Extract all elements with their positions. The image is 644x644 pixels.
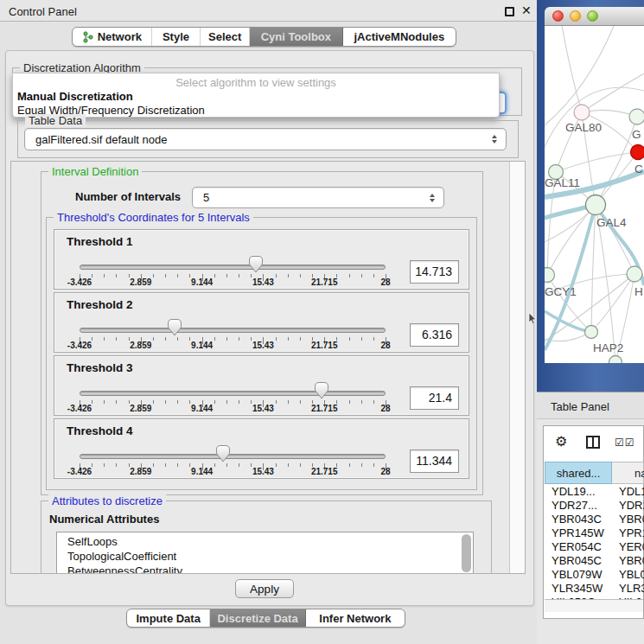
settings-scrollbar-track[interactable] bbox=[509, 162, 525, 574]
slider-tick bbox=[288, 463, 289, 467]
network-node-g[interactable] bbox=[629, 109, 644, 124]
slider-tick bbox=[226, 337, 227, 341]
network-node[interactable] bbox=[609, 356, 622, 364]
threshold-label: Threshold 3 bbox=[67, 361, 133, 374]
cell-name[interactable]: YDL1 bbox=[619, 485, 644, 498]
cell-name[interactable]: YER0 bbox=[619, 540, 644, 553]
tab-select[interactable]: Select bbox=[201, 28, 250, 46]
slider-tick bbox=[349, 463, 350, 467]
threshold-value-field[interactable]: 14.713 bbox=[410, 260, 459, 284]
num-intervals-combobox[interactable]: 5 bbox=[192, 187, 444, 208]
slider-tick bbox=[177, 274, 178, 277]
gear-icon[interactable]: ⚙ bbox=[555, 433, 567, 450]
mac-minimize-button[interactable] bbox=[570, 10, 581, 22]
table-row[interactable]: YBR043CYBR0 bbox=[545, 513, 644, 526]
network-node-label: GAL4 bbox=[596, 216, 627, 229]
table-hscrollbar-track[interactable] bbox=[545, 599, 643, 612]
table-row[interactable]: YLR345WYLR3 bbox=[545, 582, 644, 596]
mac-close-button[interactable] bbox=[552, 10, 564, 22]
table-data-value: galFiltered.sif default node bbox=[25, 133, 488, 146]
tab-discretize-data[interactable]: Discretize Data bbox=[210, 609, 305, 627]
cell-name[interactable]: YLR3 bbox=[619, 582, 644, 595]
network-node-c[interactable] bbox=[631, 145, 644, 160]
close-icon[interactable]: ✕ bbox=[521, 3, 532, 17]
cell-shared-name[interactable]: YLR345W bbox=[552, 582, 603, 595]
slider-tick bbox=[226, 400, 227, 404]
threshold-slider-thumb[interactable] bbox=[168, 319, 182, 336]
threshold-slider-track[interactable] bbox=[80, 328, 386, 333]
attribute-item[interactable]: SelfLoops bbox=[67, 535, 118, 548]
tab-network[interactable]: Network bbox=[73, 28, 152, 46]
table-row[interactable]: YBR045CYBR0 bbox=[545, 554, 644, 568]
attributes-list-scrollbar[interactable] bbox=[462, 534, 471, 572]
network-window-titlebar[interactable] bbox=[545, 7, 644, 26]
network-node-gal4[interactable] bbox=[586, 195, 606, 215]
cell-name[interactable]: YDR2 bbox=[619, 499, 644, 512]
network-node-h[interactable] bbox=[627, 266, 642, 282]
dropdown-placeholder-item[interactable]: Select algorithm to view settings bbox=[13, 76, 499, 90]
cell-name[interactable]: YBR0 bbox=[619, 554, 644, 567]
threshold-slider-thumb[interactable] bbox=[216, 445, 230, 462]
slider-tick bbox=[165, 400, 166, 404]
threshold-value-field[interactable]: 11.344 bbox=[410, 450, 459, 473]
network-node-gcy1[interactable] bbox=[545, 268, 555, 283]
tab-infer-network[interactable]: Infer Network bbox=[306, 609, 405, 627]
column-header-name[interactable]: na bbox=[612, 462, 644, 484]
threshold-slider-track[interactable] bbox=[80, 265, 386, 270]
checkbox-icons[interactable]: ☑☑ bbox=[615, 437, 635, 449]
network-node-gal80[interactable] bbox=[574, 105, 590, 120]
cell-shared-name[interactable]: YBL079W bbox=[552, 568, 603, 581]
tab-impute-data[interactable]: Impute Data bbox=[127, 609, 210, 627]
threshold-panel-4: Threshold 4-3.4262.8599.14415.4321.71528… bbox=[54, 418, 469, 479]
apply-button[interactable]: Apply bbox=[235, 579, 294, 598]
table-row[interactable]: YDR27...YDR2 bbox=[545, 499, 644, 513]
network-view-canvas[interactable]: GAL80GCGAL11GAL4GCY1HHAP2 bbox=[545, 26, 644, 363]
attribute-item[interactable]: BetweennessCentrality bbox=[67, 564, 182, 574]
threshold-label: Threshold 2 bbox=[67, 298, 133, 311]
table-row[interactable]: YER054CYER0 bbox=[545, 540, 644, 554]
column-header-shared[interactable]: shared... bbox=[545, 462, 612, 484]
settings-scrollpane: Interval Definition Number of Intervals … bbox=[10, 161, 526, 574]
table-row[interactable]: YPR145WYPR1 bbox=[545, 526, 644, 540]
cell-shared-name[interactable]: YPR145W bbox=[552, 526, 604, 539]
slider-tick bbox=[349, 337, 350, 341]
cell-name[interactable]: YBL0 bbox=[619, 568, 644, 581]
threshold-slider-track[interactable] bbox=[80, 454, 386, 459]
dropdown-option-equal-width[interactable]: Equal Width/Frequency Discretization bbox=[13, 104, 499, 118]
tab-cyni-toolbox[interactable]: Cyni Toolbox bbox=[250, 28, 343, 46]
cell-shared-name[interactable]: YDR27... bbox=[552, 499, 597, 512]
slider-tick bbox=[177, 337, 178, 341]
slider-tick-label: 15.43 bbox=[252, 404, 274, 413]
cell-shared-name[interactable]: YDL19... bbox=[552, 485, 596, 498]
cell-name[interactable]: YBR0 bbox=[619, 513, 644, 526]
threshold-slider-track[interactable] bbox=[80, 391, 386, 396]
network-node-label: G bbox=[632, 128, 641, 141]
network-node-hap2[interactable] bbox=[585, 326, 598, 339]
cell-shared-name[interactable]: YBR043C bbox=[552, 513, 602, 526]
mac-zoom-button[interactable] bbox=[587, 10, 598, 22]
threshold-value-field[interactable]: 6.316 bbox=[410, 323, 459, 347]
tab-jactivemnodules[interactable]: jActiveMNodules bbox=[343, 28, 456, 46]
slider-tick-label: 15.43 bbox=[252, 341, 274, 350]
slider-tick bbox=[239, 400, 239, 404]
slider-tick-label: -3.426 bbox=[67, 404, 92, 413]
cell-name[interactable]: YPR1 bbox=[619, 526, 644, 539]
threshold-slider-thumb[interactable] bbox=[315, 382, 328, 399]
column-layout-icon[interactable] bbox=[586, 436, 600, 449]
tab-style[interactable]: Style bbox=[152, 28, 201, 46]
float-window-icon[interactable] bbox=[505, 7, 514, 16]
cell-shared-name[interactable]: YER054C bbox=[552, 540, 602, 553]
attributes-list[interactable]: SelfLoopsTopologicalCoefficientBetweenne… bbox=[56, 532, 474, 574]
cell-shared-name[interactable]: YBR045C bbox=[552, 554, 602, 567]
threshold-value-field[interactable]: 21.4 bbox=[410, 386, 459, 410]
table-data-combobox[interactable]: galFiltered.sif default node bbox=[24, 128, 507, 150]
table-row[interactable]: YBL079WYBL0 bbox=[545, 568, 644, 582]
slider-tick-label: 28 bbox=[380, 277, 390, 287]
dropdown-option-manual[interactable]: Manual Discretization bbox=[13, 90, 499, 104]
network-node-label: GAL80 bbox=[565, 121, 602, 134]
tab-label: Discretize Data bbox=[217, 612, 297, 625]
threshold-slider-thumb[interactable] bbox=[249, 256, 263, 273]
slider-tick bbox=[214, 337, 215, 341]
attribute-item[interactable]: TopologicalCoefficient bbox=[67, 550, 176, 563]
table-row[interactable]: YDL19...YDL1 bbox=[545, 485, 644, 499]
